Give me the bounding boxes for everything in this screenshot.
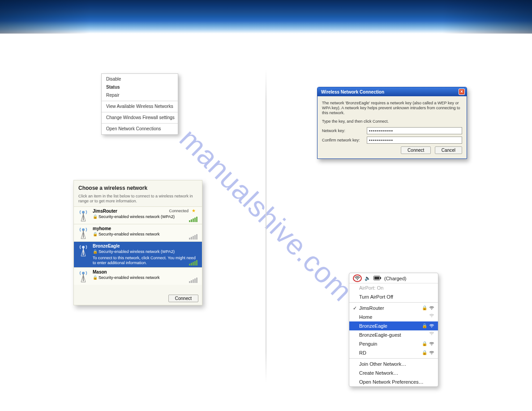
airport-net-jimsrouter[interactable]: ✓ JimsRouter 🔒: [349, 304, 438, 313]
choose-title: Choose a wireless network: [74, 180, 202, 194]
airport-net-name: BronzeEagle-guest: [359, 332, 401, 338]
svg-point-16: [431, 344, 432, 345]
page-banner: [0, 0, 532, 34]
wifi-icon: [429, 342, 434, 346]
open-network-preferences[interactable]: Open Network Preferences…: [349, 377, 438, 386]
signal-bars-icon: [189, 217, 197, 222]
network-key-dialog: Wireless Network Connection × The networ…: [317, 87, 467, 159]
join-other-network[interactable]: Join Other Network…: [349, 360, 438, 368]
network-row-myhome[interactable]: myhome 🔒Security-enabled wireless networ…: [74, 224, 202, 241]
dialog-prompt: Type the key, and then click Connect.: [322, 119, 462, 124]
airport-net-name: RD: [359, 350, 366, 355]
wifi-icon: [429, 324, 434, 328]
network-name: myhome: [93, 226, 198, 232]
antenna-icon: [77, 244, 89, 257]
antenna-icon: [77, 209, 89, 222]
svg-point-8: [357, 279, 358, 280]
airport-net-penguin[interactable]: Penguin 🔒: [349, 339, 438, 348]
confirm-key-input[interactable]: [367, 137, 462, 144]
airport-net-name: Penguin: [359, 341, 377, 347]
airport-net-bronzeeagle[interactable]: BronzeEagle 🔒: [349, 321, 438, 330]
network-list: JimsRouter 🔒Security-enabled wireless ne…: [74, 206, 202, 285]
confirm-key-label: Confirm network key:: [322, 138, 367, 142]
connect-button[interactable]: Connect: [401, 146, 431, 154]
menu-separator: [349, 358, 438, 359]
column-divider: [266, 69, 266, 383]
airport-status: AirPort: On: [349, 283, 438, 292]
svg-rect-11: [374, 277, 379, 279]
lock-icon: 🔒: [422, 340, 427, 347]
airport-net-name: Home: [359, 314, 372, 320]
create-network[interactable]: Create Network…: [349, 368, 438, 377]
favorite-star-icon: ★: [192, 208, 196, 213]
airport-net-home[interactable]: Home: [349, 313, 438, 321]
svg-rect-10: [380, 277, 381, 279]
cancel-button[interactable]: Cancel: [435, 146, 462, 154]
network-key-input[interactable]: [367, 127, 462, 134]
svg-point-17: [431, 353, 432, 354]
network-key-label: Network key:: [322, 128, 367, 133]
connected-label: Connected: [169, 209, 189, 213]
lock-icon: 🔒: [93, 275, 98, 280]
ctx-open-connections[interactable]: Open Network Connections: [102, 125, 178, 133]
ctx-disable[interactable]: Disable: [102, 75, 178, 83]
turn-airport-off[interactable]: Turn AirPort Off: [349, 292, 438, 301]
network-desc: Security-enabled wireless network (WPA2): [99, 249, 175, 254]
tray-context-menu: Disable Status Repair View Available Wir…: [101, 73, 178, 135]
lock-icon: 🔒: [422, 304, 427, 312]
network-row-bronzeeagle[interactable]: BronzeEagle 🔒Security-enabled wireless n…: [74, 241, 202, 267]
mac-menubar: 🔈 (Charged): [349, 273, 438, 283]
lock-icon: 🔒: [93, 249, 98, 254]
svg-point-14: [431, 326, 432, 327]
network-desc: Security-enabled wireless network (WPA2): [99, 214, 175, 219]
antenna-icon: [77, 226, 89, 240]
airport-net-name: JimsRouter: [359, 305, 384, 311]
lock-icon: 🔒: [93, 214, 98, 219]
airport-net-name: BronzeEagle: [359, 323, 387, 329]
network-name: Mason: [93, 270, 198, 275]
signal-bars-icon: [189, 260, 197, 265]
menu-separator: [349, 302, 438, 303]
airport-menubar-icon[interactable]: [353, 274, 362, 282]
network-name: BronzeEagle: [93, 244, 198, 249]
battery-icon[interactable]: [373, 276, 382, 281]
airport-menu: 🔈 (Charged) AirPort: On Turn AirPort Off…: [349, 273, 438, 387]
airport-net-bronzeeagle-guest[interactable]: BronzeEagle-guest: [349, 330, 438, 339]
dialog-intro: The network 'BronzeEagle' requires a net…: [322, 101, 462, 116]
svg-point-12: [431, 308, 432, 309]
wifi-icon: [429, 351, 434, 355]
svg-point-13: [431, 316, 432, 317]
volume-icon[interactable]: 🔈: [365, 275, 371, 281]
ctx-view-networks[interactable]: View Available Wireless Networks: [102, 103, 178, 111]
choose-hint: Click an item in the list below to conne…: [74, 194, 202, 206]
lock-icon: 🔒: [93, 232, 98, 236]
ctx-status[interactable]: Status: [102, 83, 178, 91]
lock-icon: 🔒: [422, 349, 427, 356]
wifi-icon: [429, 331, 434, 336]
check-icon: ✓: [353, 304, 357, 312]
signal-bars-icon: [189, 234, 197, 240]
wifi-icon: [429, 306, 434, 310]
signal-bars-icon: [189, 278, 197, 283]
network-desc: Security-enabled wireless network: [99, 232, 160, 236]
dialog-title: Wireless Network Connection: [321, 90, 384, 94]
battery-status-text: (Charged): [384, 276, 407, 281]
wifi-icon: [429, 313, 434, 318]
ctx-repair[interactable]: Repair: [102, 91, 178, 99]
network-row-jimsrouter[interactable]: JimsRouter 🔒Security-enabled wireless ne…: [74, 206, 202, 224]
choose-network-panel: Choose a wireless network Click an item …: [73, 180, 202, 305]
svg-point-15: [431, 334, 432, 335]
lock-icon: 🔒: [422, 322, 427, 330]
ctx-firewall[interactable]: Change Windows Firewall settings: [102, 114, 178, 122]
choose-connect-button[interactable]: Connect: [168, 295, 198, 302]
close-icon[interactable]: ×: [459, 89, 465, 95]
network-row-mason[interactable]: Mason 🔒Security-enabled wireless network: [74, 267, 202, 285]
antenna-icon: [77, 270, 89, 283]
airport-net-rd[interactable]: RD 🔒: [349, 348, 438, 357]
network-instruction: To connect to this network, click Connec…: [93, 254, 198, 265]
network-desc: Security-enabled wireless network: [99, 275, 160, 280]
